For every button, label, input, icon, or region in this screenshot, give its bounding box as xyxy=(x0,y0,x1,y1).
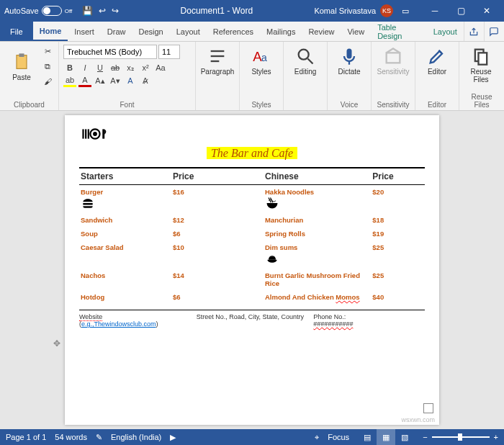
tab-review[interactable]: Review xyxy=(302,22,341,41)
undo-icon[interactable]: ↩ xyxy=(99,6,106,16)
sensitivity-label: Sensitivity xyxy=(377,68,410,76)
table-resize-handle[interactable] xyxy=(423,403,433,413)
cell-item: Caesar Salad xyxy=(79,241,171,269)
reuse-label: Reuse Files xyxy=(464,68,498,84)
tab-mailings[interactable]: Mailings xyxy=(260,22,302,41)
tab-table-layout[interactable]: Layout xyxy=(427,22,464,41)
strike-icon[interactable]: ab xyxy=(109,61,122,74)
autosave-toggle[interactable]: AutoSave Off xyxy=(4,6,72,16)
copy-icon[interactable]: ⧉ xyxy=(41,60,54,73)
share-button[interactable] xyxy=(464,22,484,41)
focus-icon[interactable]: ⌖ xyxy=(315,433,319,442)
cell-item: Hotdog xyxy=(79,290,171,304)
editor-button[interactable]: Editor xyxy=(420,45,454,77)
grow-font-icon[interactable]: A▴ xyxy=(94,74,107,87)
footer-website-link[interactable]: e.g.,Thewindowsclub.com xyxy=(81,320,156,328)
view-buttons: ▤ ▦ ▧ xyxy=(358,429,414,445)
web-layout-icon[interactable]: ▧ xyxy=(395,429,414,445)
cell-price: $16 xyxy=(171,185,225,214)
tab-layout[interactable]: Layout xyxy=(170,22,207,41)
ribbon-options-icon[interactable]: ▭ xyxy=(402,6,409,16)
footer-phone-label: Phone No.: xyxy=(313,313,346,320)
dictate-button[interactable]: Dictate xyxy=(332,45,366,77)
svg-rect-14 xyxy=(85,129,86,138)
svg-line-8 xyxy=(308,59,313,64)
spellcheck-icon[interactable]: ✎ xyxy=(96,433,102,442)
menu-table[interactable]: Starters Price Chinese Price Burger$16Ha… xyxy=(79,167,425,304)
status-page[interactable]: Page 1 of 1 xyxy=(6,433,46,441)
paste-label: Paste xyxy=(12,73,31,81)
user-account[interactable]: Komal Srivastava KS xyxy=(314,4,393,17)
bold-icon[interactable]: B xyxy=(63,61,76,74)
cell-item: Soup xyxy=(79,227,171,241)
cell-price: $40 xyxy=(371,290,425,304)
svg-rect-15 xyxy=(88,129,89,138)
highlight-icon[interactable]: ab xyxy=(63,74,76,87)
save-icon[interactable]: 💾 xyxy=(82,6,93,16)
dimsum-icon xyxy=(265,251,369,266)
tab-view[interactable]: View xyxy=(341,22,371,41)
table-row[interactable]: Caesar Salad$10Dim sums$25 xyxy=(79,241,425,269)
tab-table-design[interactable]: Table Design xyxy=(371,22,427,41)
paragraph-button[interactable]: Paragraph xyxy=(200,45,235,77)
table-anchor-icon[interactable]: ✥ xyxy=(53,338,60,349)
tab-file[interactable]: File xyxy=(0,22,33,41)
superscript-icon[interactable]: x² xyxy=(139,61,152,74)
subscript-icon[interactable]: x₂ xyxy=(124,61,137,74)
minimize-button[interactable]: ─ xyxy=(422,0,448,22)
table-row[interactable]: Burger$16Hakka Noodles$20 xyxy=(79,185,425,214)
noodles-icon xyxy=(265,196,369,210)
zoom-in-icon[interactable]: + xyxy=(494,433,498,441)
tab-references[interactable]: References xyxy=(207,22,260,41)
paste-button[interactable]: Paste xyxy=(4,50,39,83)
font-size-input[interactable] xyxy=(158,45,180,59)
comments-button[interactable] xyxy=(484,22,504,41)
tab-design[interactable]: Design xyxy=(132,22,169,41)
font-name-input[interactable] xyxy=(63,45,157,59)
group-font-label: Font xyxy=(63,99,191,110)
status-language[interactable]: English (India) xyxy=(111,433,161,441)
clear-format-icon[interactable]: A̷ xyxy=(139,74,152,87)
svg-rect-12 xyxy=(479,53,487,64)
svg-rect-9 xyxy=(347,49,352,59)
cell-price: $6 xyxy=(171,227,225,241)
table-row[interactable]: Hotdog$6Almond And Chicken Momos$40 xyxy=(79,290,425,304)
document-title: Document1 - Word xyxy=(123,6,310,16)
styles-button[interactable]: Aa Styles xyxy=(244,45,279,77)
text-effects-icon[interactable]: A xyxy=(124,74,137,87)
print-layout-icon[interactable]: ▦ xyxy=(377,429,395,445)
document-area[interactable]: The Bar and Cafe Starters Price Chinese … xyxy=(0,111,504,429)
zoom-track[interactable] xyxy=(432,436,490,438)
cut-icon[interactable]: ✂ xyxy=(41,45,54,58)
reuse-files-button[interactable]: Reuse Files xyxy=(464,45,498,85)
group-styles: Aa Styles Styles xyxy=(240,42,284,110)
tab-home[interactable]: Home xyxy=(33,22,68,41)
underline-icon[interactable]: U xyxy=(94,61,107,74)
tab-insert[interactable]: Insert xyxy=(68,22,101,41)
redo-icon[interactable]: ↪ xyxy=(112,6,119,16)
change-case-icon[interactable]: Aa xyxy=(154,61,167,74)
maximize-button[interactable]: ▢ xyxy=(448,0,474,22)
group-reuse: Reuse Files Reuse Files xyxy=(459,42,504,110)
read-mode-icon[interactable]: ▤ xyxy=(358,429,377,445)
shrink-font-icon[interactable]: A▾ xyxy=(109,74,122,87)
font-color-icon[interactable]: A xyxy=(78,74,91,87)
col-chinese: Chinese xyxy=(264,168,371,185)
editing-button[interactable]: Editing xyxy=(288,45,323,77)
group-editor-label: Editor xyxy=(420,99,454,110)
status-words[interactable]: 54 words xyxy=(55,433,87,441)
group-font: B I U ab x₂ x² Aa ab A A▴ A▾ A A̷ Font xyxy=(59,42,196,110)
table-row[interactable]: Nachos$14Burnt Garlic Mushroom Fried Ric… xyxy=(79,269,425,290)
table-row[interactable]: Sandwich$12Manchurian$18 xyxy=(79,213,425,227)
format-painter-icon[interactable]: 🖌 xyxy=(41,75,54,88)
macro-icon[interactable]: ▶ xyxy=(170,433,176,442)
status-focus[interactable]: Focus xyxy=(328,433,349,441)
sensitivity-button[interactable]: Sensitivity xyxy=(376,45,410,77)
close-button[interactable]: ✕ xyxy=(474,0,500,22)
tab-draw[interactable]: Draw xyxy=(101,22,132,41)
page[interactable]: The Bar and Cafe Starters Price Chinese … xyxy=(65,115,439,425)
table-row[interactable]: Soup$6Spring Rolls$19 xyxy=(79,227,425,241)
italic-icon[interactable]: I xyxy=(78,61,91,74)
zoom-slider[interactable]: − + xyxy=(423,433,498,441)
zoom-out-icon[interactable]: − xyxy=(423,433,427,441)
